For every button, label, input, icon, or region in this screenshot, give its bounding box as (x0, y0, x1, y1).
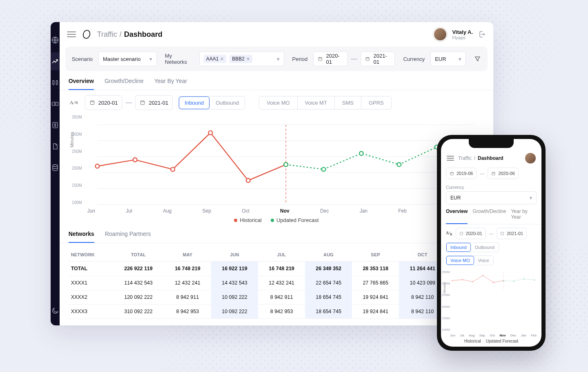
type-segment: Voice MOVoice MTSMSGPRS (259, 96, 392, 110)
chevron-down-icon: ▾ (277, 56, 280, 62)
y-tick: 100M (442, 328, 450, 332)
cell: 18 654 745 (305, 305, 352, 319)
phone-tab-overview[interactable]: Overview (446, 208, 468, 224)
phone-type-segment: Voice MOVoice (446, 255, 494, 265)
phone-period-end[interactable]: 2020-06 (488, 168, 518, 179)
period-start-input[interactable]: 2020-01 (313, 52, 347, 66)
type-sms[interactable]: SMS (335, 96, 361, 109)
phone-tab-growth-decline[interactable]: Growth/Decline (472, 208, 506, 224)
table-row[interactable]: TOTAL226 922 11916 748 21916 922 11916 7… (69, 262, 484, 276)
svg-point-51 (534, 280, 535, 280)
network-chip[interactable]: AAA1✕ (204, 55, 227, 63)
avatar[interactable] (525, 153, 536, 164)
x-tick: Sep (479, 334, 485, 337)
currency-select[interactable]: EUR ▾ (430, 52, 466, 66)
phone-type-voice-mo[interactable]: Voice MO (446, 256, 474, 265)
row-label: TOTAL (69, 262, 113, 276)
svg-point-25 (284, 163, 288, 167)
close-icon[interactable]: ✕ (246, 56, 250, 62)
table-row[interactable]: XXXX3310 092 2228 942 95310 092 2228 942… (69, 305, 484, 319)
menu-icon[interactable] (67, 31, 76, 37)
phone-tab-year-by-year[interactable]: Year by Year (511, 208, 537, 224)
y-tick: 350M (72, 115, 82, 119)
phone-currency-select[interactable]: EUR ▾ (446, 191, 537, 204)
x-tick: Nov (280, 208, 290, 214)
direction-inbound[interactable]: Inbound (179, 96, 210, 109)
chart-date-end[interactable]: 2021-01 (135, 95, 173, 110)
networks-select[interactable]: AAA1✕BBB2✕▾ (199, 52, 284, 66)
cell: 8 942 953 (164, 305, 211, 319)
phone-type-voice[interactable]: Voice (474, 256, 493, 265)
sidebar-item-compare[interactable] (51, 74, 60, 92)
avatar[interactable] (433, 27, 447, 41)
svg-point-43 (462, 279, 463, 280)
network-chip[interactable]: BBB2✕ (229, 55, 252, 63)
user-name: Vitaly A. (452, 29, 473, 35)
cell: 19 924 841 (352, 290, 399, 305)
phone-direction-outbound[interactable]: Outbound (471, 243, 499, 252)
svg-rect-33 (460, 232, 463, 235)
y-tick: 100M (72, 200, 82, 205)
phone-chart-date-end[interactable]: 2021-01 (497, 228, 527, 239)
ab-toggle[interactable]: A/B (446, 231, 452, 236)
col-header: SEP (352, 248, 399, 262)
sidebar-item-document[interactable] (51, 137, 60, 155)
period-end-value: 2021-01 (374, 53, 391, 65)
svg-point-4 (54, 103, 56, 105)
tab-roaming-partners[interactable]: Roaming Partners (105, 231, 151, 243)
x-tick: Feb (531, 334, 537, 337)
chip-label: AAA1 (206, 56, 219, 62)
tab-year-by-year[interactable]: Year By Year (154, 78, 187, 90)
tab-growth-decline[interactable]: Growth/Decline (105, 78, 144, 90)
main-tabs: OverviewGrowth/DeclineYear By Year (60, 71, 493, 90)
scenario-select[interactable]: Master scenario ▾ (98, 52, 157, 66)
cell: 8 942 911 (164, 290, 211, 305)
type-voice-mo[interactable]: Voice MO (259, 96, 297, 109)
period-picker: 2020-01 — 2021-01 (313, 52, 395, 66)
app-logo (82, 29, 91, 39)
svg-point-20 (133, 158, 137, 162)
col-header: AUG (305, 248, 352, 262)
secondary-tabs: NetworksRoaming Partners (60, 226, 493, 243)
logout-icon[interactable] (478, 30, 486, 38)
calendar-icon (89, 100, 95, 105)
filter-icon[interactable] (474, 55, 481, 63)
sidebar-item-invoice[interactable] (51, 116, 60, 134)
direction-outbound[interactable]: Outbound (210, 96, 245, 109)
x-tick: Jul (460, 334, 464, 337)
ab-toggle[interactable]: A/B (69, 97, 79, 108)
phone-direction-segment: InboundOutbound (446, 242, 499, 252)
breadcrumb-sep: / (474, 155, 475, 161)
sidebar-item-globe[interactable] (51, 31, 60, 49)
phone-chart-date-start[interactable]: 2020-01 (456, 228, 486, 239)
menu-icon[interactable] (447, 156, 454, 161)
networks-table: NETWORKTOTALMAYJUNJULAUGSEPOCTNOVTOTAL22… (69, 248, 484, 319)
cell: 114 432 543 (113, 276, 164, 290)
y-tick: 250M (72, 149, 82, 154)
sidebar-item-billing[interactable] (51, 95, 60, 113)
chart-date-start[interactable]: 2020-01 (85, 95, 122, 110)
chart-svg (87, 115, 484, 214)
tab-networks[interactable]: Networks (69, 231, 94, 243)
table-row[interactable]: XXXX2120 092 2228 942 91110 092 2228 942… (69, 290, 484, 305)
period-end-input[interactable]: 2021-01 (361, 52, 395, 66)
phone-period-start[interactable]: 2019-06 (446, 168, 477, 179)
svg-rect-2 (56, 81, 57, 85)
y-tick: 200M (442, 305, 450, 309)
table-row[interactable]: XXXX1114 432 54312 432 24114 432 54312 4… (69, 276, 484, 290)
phone-direction-inbound[interactable]: Inbound (446, 243, 471, 252)
cell: 26 349 352 (305, 262, 352, 276)
svg-point-45 (483, 275, 483, 276)
sidebar-item-database[interactable] (51, 159, 60, 177)
cell: 12 432 241 (258, 276, 305, 290)
type-voice-mt[interactable]: Voice MT (298, 96, 335, 109)
svg-rect-11 (141, 101, 145, 105)
chart-toolbar: A/B 2020-01 — 2021-01 InboundOutbound Vo… (60, 90, 493, 115)
sidebar-item-night[interactable] (51, 302, 60, 320)
row-label: XXXX1 (69, 276, 113, 290)
close-icon[interactable]: ✕ (220, 56, 224, 62)
tab-overview[interactable]: Overview (69, 78, 94, 90)
sidebar-item-analytics[interactable] (51, 52, 60, 70)
type-gprs[interactable]: GPRS (361, 96, 391, 109)
phone-chart-y-ticks: 350M300M250M200M150M100M (442, 270, 450, 332)
